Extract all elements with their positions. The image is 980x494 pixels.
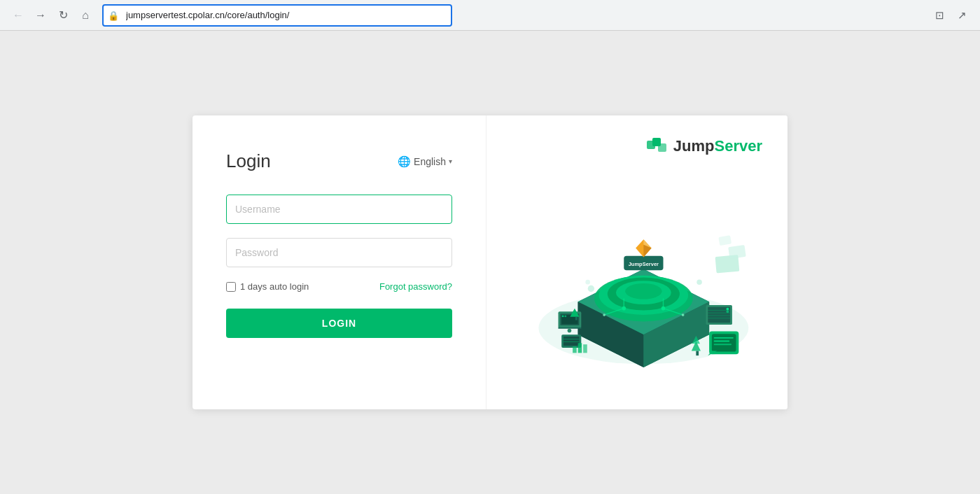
svg-rect-59 — [578, 343, 582, 353]
nav-buttons: ← → ↻ ⌂ — [8, 6, 95, 25]
globe-icon: 🌐 — [398, 155, 411, 168]
home-button[interactable]: ⌂ — [76, 6, 95, 25]
svg-rect-56 — [696, 351, 699, 356]
login-form-panel: Login 🌐 English ▾ 1 days auto login Forg… — [192, 115, 486, 409]
svg-point-38 — [727, 310, 729, 313]
auto-login-label[interactable]: 1 days auto login — [226, 281, 309, 292]
svg-point-53 — [585, 280, 590, 285]
username-group — [226, 195, 452, 224]
svg-rect-2 — [658, 143, 666, 152]
svg-point-13 — [622, 306, 626, 311]
address-bar-container: 🔒 — [102, 4, 452, 27]
svg-point-54 — [696, 279, 702, 285]
svg-point-37 — [727, 308, 729, 311]
cast-icon: ⊡ — [935, 9, 944, 22]
home-icon: ⌂ — [82, 9, 89, 22]
svg-text:JumpServer: JumpServer — [629, 261, 659, 267]
svg-rect-51 — [718, 235, 732, 246]
browser-actions: ⊡ ↗ — [930, 6, 972, 25]
svg-point-15 — [603, 313, 606, 316]
cast-button[interactable]: ⊡ — [930, 6, 949, 25]
back-icon: ← — [13, 9, 24, 22]
forward-button[interactable]: → — [31, 6, 50, 25]
svg-point-52 — [588, 285, 594, 292]
svg-point-29 — [562, 315, 564, 317]
auto-login-checkbox[interactable] — [226, 282, 236, 292]
page-background: Login 🌐 English ▾ 1 days auto login Forg… — [0, 31, 980, 494]
svg-point-16 — [682, 313, 685, 316]
svg-rect-50 — [728, 245, 746, 259]
login-title: Login — [226, 150, 271, 172]
share-icon: ↗ — [958, 9, 967, 22]
chevron-down-icon: ▾ — [449, 157, 452, 165]
form-options: 1 days auto login Forgot password? — [226, 281, 452, 292]
password-input[interactable] — [226, 238, 452, 267]
username-input[interactable] — [226, 195, 452, 224]
svg-point-26 — [568, 329, 572, 333]
password-group — [226, 238, 452, 267]
share-button[interactable]: ↗ — [952, 6, 972, 25]
svg-rect-58 — [573, 346, 577, 353]
browser-chrome: ← → ↻ ⌂ 🔒 ⊡ ↗ — [0, 0, 980, 31]
forward-icon: → — [35, 9, 46, 22]
svg-rect-60 — [583, 344, 587, 353]
logo-text: JumpServer — [673, 137, 762, 155]
svg-marker-21 — [643, 245, 651, 257]
svg-rect-46 — [564, 337, 580, 346]
login-button[interactable]: LOGIN — [226, 309, 452, 338]
language-selector[interactable]: 🌐 English ▾ — [398, 155, 452, 168]
hero-illustration: JumpServer — [504, 157, 770, 367]
svg-point-30 — [564, 315, 566, 317]
back-button[interactable]: ← — [8, 6, 28, 25]
login-header: Login 🌐 English ▾ — [226, 150, 452, 172]
illustration-panel: JumpServer — [486, 115, 788, 409]
auto-login-text: 1 days auto login — [240, 281, 309, 292]
lock-icon: 🔒 — [108, 10, 119, 20]
address-bar[interactable] — [102, 4, 452, 27]
reload-icon: ↻ — [59, 8, 68, 22]
svg-point-14 — [662, 306, 666, 311]
svg-rect-40 — [712, 334, 736, 351]
svg-point-8 — [625, 283, 662, 299]
reload-button[interactable]: ↻ — [53, 6, 73, 25]
svg-rect-28 — [575, 317, 578, 320]
language-label: English — [414, 156, 446, 167]
brand-logo: JumpServer — [645, 135, 762, 157]
forgot-password-link[interactable]: Forgot password? — [379, 281, 452, 292]
logo-icon — [645, 135, 668, 157]
login-card: Login 🌐 English ▾ 1 days auto login Forg… — [192, 115, 788, 409]
